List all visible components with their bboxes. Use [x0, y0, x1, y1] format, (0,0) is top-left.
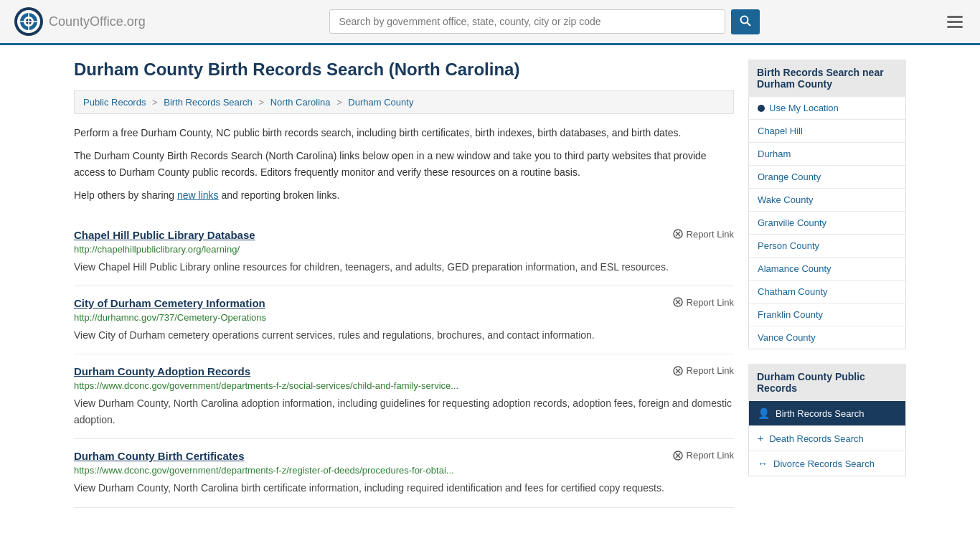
logo-ext: .org — [123, 14, 146, 29]
record-link-1[interactable]: + Death Records Search — [749, 426, 905, 451]
sidebar: Birth Records Search near Durham County … — [748, 60, 906, 508]
report-icon-2 — [673, 366, 683, 376]
record-icon-0: 👤 — [758, 408, 770, 419]
logo-text: CountyOffice.org — [49, 14, 146, 29]
breadcrumb: Public Records > Birth Records Search > … — [74, 90, 734, 114]
search-input[interactable] — [329, 9, 725, 34]
report-link-3[interactable]: Report Link — [673, 450, 734, 461]
sidebar-record-item-2: ↔ Divorce Records Search — [749, 451, 905, 476]
sidebar-nearby-item-4: Wake County — [749, 189, 905, 212]
description-2: The Durham County Birth Records Search (… — [74, 148, 734, 180]
nearby-section: Birth Records Search near Durham County … — [748, 60, 906, 349]
sidebar-nearby-item-7: Alamance County — [749, 258, 905, 281]
report-icon-0 — [673, 229, 683, 239]
nearby-header: Birth Records Search near Durham County — [748, 60, 906, 97]
result-desc-1: View City of Durham cemetery operations … — [74, 327, 734, 343]
results-list: Chapel Hill Public Library Database Repo… — [74, 218, 734, 508]
description-3: Help others by sharing new links and rep… — [74, 187, 734, 203]
result-title-2[interactable]: Durham County Adoption Records — [74, 365, 250, 377]
sidebar-nearby-item-2: Durham — [749, 143, 905, 166]
result-url-2[interactable]: https://www.dconc.gov/government/departm… — [74, 380, 734, 391]
svg-point-5 — [741, 16, 748, 23]
record-label-1: Death Records Search — [769, 433, 864, 444]
result-title-0[interactable]: Chapel Hill Public Library Database — [74, 229, 255, 241]
sidebar-nearby-item-9: Franklin County — [749, 303, 905, 326]
sidebar-record-item-1: + Death Records Search — [749, 426, 905, 451]
result-item-0: Chapel Hill Public Library Database Repo… — [74, 218, 734, 286]
records-header: Durham County Public Records — [748, 364, 906, 401]
sidebar-record-item-0: 👤 Birth Records Search — [749, 401, 905, 426]
svg-line-6 — [748, 22, 751, 26]
desc3-prefix: Help others by sharing — [74, 189, 177, 201]
location-dot-icon — [758, 105, 765, 112]
result-title-1[interactable]: City of Durham Cemetery Information — [74, 297, 265, 309]
record-label-0: Birth Records Search — [776, 408, 864, 419]
breadcrumb-north-carolina[interactable]: North Carolina — [270, 97, 331, 108]
record-label-2: Divorce Records Search — [773, 458, 875, 469]
search-area — [329, 9, 760, 34]
records-list: 👤 Birth Records Search + Death Records S… — [748, 401, 906, 476]
result-item-1: City of Durham Cemetery Information Repo… — [74, 286, 734, 354]
breadcrumb-birth-records[interactable]: Birth Records Search — [164, 97, 253, 108]
content-area: Durham County Birth Records Search (Nort… — [74, 60, 734, 508]
description-1: Perform a free Durham County, NC public … — [74, 125, 734, 141]
record-icon-2: ↔ — [758, 458, 768, 469]
result-desc-0: View Chapel Hill Public Library online r… — [74, 259, 734, 275]
hamburger-icon — [947, 16, 963, 28]
nearby-link-1[interactable]: Chapel Hill — [749, 120, 905, 142]
record-link-0[interactable]: 👤 Birth Records Search — [749, 401, 905, 425]
new-links-link[interactable]: new links — [177, 189, 219, 201]
nearby-link-3[interactable]: Orange County — [749, 166, 905, 188]
result-item-2: Durham County Adoption Records Report Li… — [74, 354, 734, 439]
sidebar-nearby-item-5: Granville County — [749, 212, 905, 235]
header: CountyOffice.org — [0, 0, 980, 45]
result-item-3: Durham County Birth Certificates Report … — [74, 439, 734, 507]
breadcrumb-public-records[interactable]: Public Records — [83, 97, 146, 108]
breadcrumb-durham-county[interactable]: Durham County — [348, 97, 413, 108]
menu-button[interactable] — [944, 13, 966, 31]
nearby-link-2[interactable]: Durham — [749, 143, 905, 165]
result-header-0: Chapel Hill Public Library Database Repo… — [74, 229, 734, 241]
record-icon-1: + — [758, 433, 763, 444]
record-link-2[interactable]: ↔ Divorce Records Search — [749, 451, 905, 476]
report-icon-3 — [673, 451, 683, 461]
sidebar-nearby-item-1: Chapel Hill — [749, 120, 905, 143]
result-url-3[interactable]: https://www.dconc.gov/government/departm… — [74, 465, 734, 476]
result-url-0[interactable]: http://chapelhillpubliclibrary.org/learn… — [74, 244, 734, 255]
result-desc-2: View Durham County, North Carolina adopt… — [74, 395, 734, 428]
report-link-1[interactable]: Report Link — [673, 297, 734, 308]
search-icon — [740, 15, 751, 27]
sidebar-nearby-item-3: Orange County — [749, 166, 905, 189]
records-section: Durham County Public Records 👤 Birth Rec… — [748, 364, 906, 476]
nearby-link-10[interactable]: Vance County — [749, 326, 905, 349]
result-header-1: City of Durham Cemetery Information Repo… — [74, 297, 734, 309]
nearby-link-4[interactable]: Wake County — [749, 189, 905, 211]
nearby-link-5[interactable]: Granville County — [749, 212, 905, 234]
sidebar-nearby-item-6: Person County — [749, 235, 905, 258]
result-title-3[interactable]: Durham County Birth Certificates — [74, 450, 245, 462]
result-header-3: Durham County Birth Certificates Report … — [74, 450, 734, 462]
result-url-1[interactable]: http://durhamnc.gov/737/Cemetery-Operati… — [74, 312, 734, 323]
result-header-2: Durham County Adoption Records Report Li… — [74, 365, 734, 377]
nearby-link-8[interactable]: Chatham County — [749, 281, 905, 303]
nearby-link-9[interactable]: Franklin County — [749, 303, 905, 326]
nearby-link-7[interactable]: Alamance County — [749, 258, 905, 280]
result-desc-3: View Durham County, North Carolina birth… — [74, 480, 734, 496]
breadcrumb-sep-2: > — [258, 97, 264, 108]
sidebar-nearby-item-10: Vance County — [749, 326, 905, 349]
search-button[interactable] — [731, 9, 760, 34]
logo-brand: CountyOffice — [49, 14, 123, 29]
main-container: Durham County Birth Records Search (Nort… — [60, 45, 920, 522]
report-link-2[interactable]: Report Link — [673, 365, 734, 376]
breadcrumb-sep-1: > — [152, 97, 158, 108]
sidebar-use-location: Use My Location — [749, 97, 905, 120]
nearby-list: Use My LocationChapel HillDurhamOrange C… — [748, 97, 906, 349]
report-icon-1 — [673, 297, 683, 307]
sidebar-nearby-item-8: Chatham County — [749, 281, 905, 303]
breadcrumb-sep-3: > — [336, 97, 342, 108]
page-title: Durham County Birth Records Search (Nort… — [74, 60, 734, 80]
report-link-0[interactable]: Report Link — [673, 229, 734, 240]
logo-area: CountyOffice.org — [14, 7, 146, 36]
nearby-link-6[interactable]: Person County — [749, 235, 905, 257]
use-location-link[interactable]: Use My Location — [749, 97, 905, 119]
